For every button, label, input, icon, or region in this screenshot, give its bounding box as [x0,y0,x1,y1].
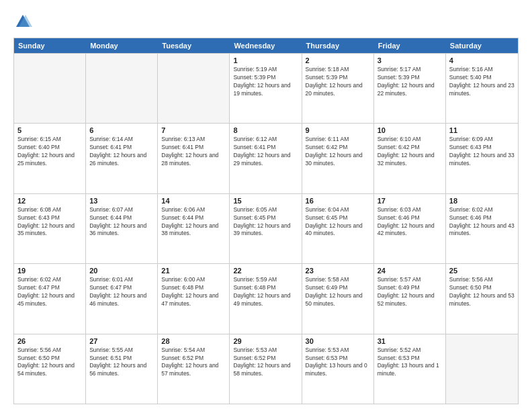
day-number: 24 [378,267,442,275]
calendar-cell: 10Sunrise: 6:10 AMSunset: 6:42 PMDayligh… [374,124,446,193]
calendar-row: 19Sunrise: 6:02 AMSunset: 6:47 PMDayligh… [14,263,518,333]
day-number: 11 [449,126,515,134]
calendar-cell: 4Sunrise: 5:16 AMSunset: 5:40 PMDaylight… [446,54,518,123]
calendar-cell [86,54,158,123]
calendar-cell [158,54,230,123]
day-info: Sunrise: 5:59 AMSunset: 6:48 PMDaylight:… [233,276,298,308]
day-info: Sunrise: 5:57 AMSunset: 6:49 PMDaylight:… [378,276,442,308]
day-info: Sunrise: 6:04 AMSunset: 6:45 PMDaylight:… [306,206,370,238]
day-info: Sunrise: 6:03 AMSunset: 6:46 PMDaylight:… [378,206,442,238]
day-number: 16 [306,197,370,205]
day-number: 29 [233,337,298,345]
calendar-cell: 24Sunrise: 5:57 AMSunset: 6:49 PMDayligh… [374,264,446,333]
calendar: SundayMondayTuesdayWednesdayThursdayFrid… [13,38,519,404]
calendar-cell: 19Sunrise: 6:02 AMSunset: 6:47 PMDayligh… [14,264,86,333]
day-number: 8 [233,126,298,134]
calendar-cell: 30Sunrise: 5:53 AMSunset: 6:53 PMDayligh… [302,334,374,404]
day-number: 4 [449,56,515,64]
weekday-header: Thursday [302,38,374,53]
day-info: Sunrise: 6:13 AMSunset: 6:41 PMDaylight:… [161,136,226,168]
calendar-cell: 25Sunrise: 5:56 AMSunset: 6:50 PMDayligh… [446,264,518,333]
weekday-header: Friday [374,38,446,53]
day-info: Sunrise: 5:54 AMSunset: 6:52 PMDaylight:… [161,347,226,379]
calendar-cell: 2Sunrise: 5:18 AMSunset: 5:39 PMDaylight… [302,54,374,123]
day-info: Sunrise: 5:55 AMSunset: 6:51 PMDaylight:… [89,347,154,379]
calendar-row: 1Sunrise: 5:19 AMSunset: 5:39 PMDaylight… [14,53,518,123]
day-info: Sunrise: 5:53 AMSunset: 6:53 PMDaylight:… [306,347,370,379]
calendar-header: SundayMondayTuesdayWednesdayThursdayFrid… [14,38,518,53]
day-number: 30 [306,337,370,345]
day-info: Sunrise: 6:06 AMSunset: 6:44 PMDaylight:… [161,206,226,238]
day-number: 15 [233,197,298,205]
calendar-cell: 13Sunrise: 6:07 AMSunset: 6:44 PMDayligh… [86,194,158,263]
day-info: Sunrise: 5:58 AMSunset: 6:49 PMDaylight:… [306,276,370,308]
day-info: Sunrise: 5:19 AMSunset: 5:39 PMDaylight:… [233,66,298,98]
day-info: Sunrise: 5:18 AMSunset: 5:39 PMDaylight:… [306,66,370,98]
weekday-header: Wednesday [230,38,302,53]
day-number: 7 [161,126,226,134]
calendar-body: 1Sunrise: 5:19 AMSunset: 5:39 PMDaylight… [14,53,518,404]
calendar-cell: 11Sunrise: 6:09 AMSunset: 6:43 PMDayligh… [446,124,518,193]
calendar-cell: 22Sunrise: 5:59 AMSunset: 6:48 PMDayligh… [230,264,302,333]
calendar-cell: 7Sunrise: 6:13 AMSunset: 6:41 PMDaylight… [158,124,230,193]
day-number: 17 [378,197,442,205]
day-info: Sunrise: 6:02 AMSunset: 6:47 PMDaylight:… [17,276,82,308]
day-info: Sunrise: 6:07 AMSunset: 6:44 PMDaylight:… [89,206,154,238]
day-info: Sunrise: 5:56 AMSunset: 6:50 PMDaylight:… [449,276,515,308]
calendar-cell: 31Sunrise: 5:52 AMSunset: 6:53 PMDayligh… [374,334,446,404]
day-info: Sunrise: 6:10 AMSunset: 6:42 PMDaylight:… [378,136,442,168]
weekday-header: Monday [86,38,158,53]
calendar-cell: 28Sunrise: 5:54 AMSunset: 6:52 PMDayligh… [158,334,230,404]
day-number: 2 [306,56,370,64]
day-info: Sunrise: 6:08 AMSunset: 6:43 PMDaylight:… [17,206,82,238]
calendar-row: 26Sunrise: 5:56 AMSunset: 6:50 PMDayligh… [14,334,518,404]
day-number: 1 [233,56,298,64]
day-info: Sunrise: 6:12 AMSunset: 6:41 PMDaylight:… [233,136,298,168]
calendar-cell: 18Sunrise: 6:02 AMSunset: 6:46 PMDayligh… [446,194,518,263]
calendar-cell: 17Sunrise: 6:03 AMSunset: 6:46 PMDayligh… [374,194,446,263]
day-number: 5 [17,126,82,134]
weekday-header: Sunday [14,38,86,53]
day-info: Sunrise: 6:01 AMSunset: 6:47 PMDaylight:… [89,276,154,308]
day-number: 13 [89,197,154,205]
day-info: Sunrise: 6:09 AMSunset: 6:43 PMDaylight:… [449,136,515,168]
calendar-cell: 29Sunrise: 5:53 AMSunset: 6:52 PMDayligh… [230,334,302,404]
calendar-cell: 12Sunrise: 6:08 AMSunset: 6:43 PMDayligh… [14,194,86,263]
calendar-cell: 8Sunrise: 6:12 AMSunset: 6:41 PMDaylight… [230,124,302,193]
calendar-cell: 6Sunrise: 6:14 AMSunset: 6:41 PMDaylight… [86,124,158,193]
calendar-cell: 15Sunrise: 6:05 AMSunset: 6:45 PMDayligh… [230,194,302,263]
calendar-cell: 3Sunrise: 5:17 AMSunset: 5:39 PMDaylight… [374,54,446,123]
calendar-cell: 20Sunrise: 6:01 AMSunset: 6:47 PMDayligh… [86,264,158,333]
day-number: 26 [17,337,82,345]
calendar-cell: 23Sunrise: 5:58 AMSunset: 6:49 PMDayligh… [302,264,374,333]
day-number: 23 [306,267,370,275]
calendar-cell: 16Sunrise: 6:04 AMSunset: 6:45 PMDayligh… [302,194,374,263]
day-number: 3 [378,56,442,64]
day-number: 19 [17,267,82,275]
calendar-cell [446,334,518,404]
day-number: 14 [161,197,226,205]
day-info: Sunrise: 6:05 AMSunset: 6:45 PMDaylight:… [233,206,298,238]
day-number: 31 [378,337,442,345]
day-info: Sunrise: 6:15 AMSunset: 6:40 PMDaylight:… [17,136,82,168]
day-info: Sunrise: 6:00 AMSunset: 6:48 PMDaylight:… [161,276,226,308]
calendar-cell: 21Sunrise: 6:00 AMSunset: 6:48 PMDayligh… [158,264,230,333]
day-info: Sunrise: 5:53 AMSunset: 6:52 PMDaylight:… [233,347,298,379]
day-number: 10 [378,126,442,134]
weekday-header: Saturday [446,38,518,53]
day-number: 18 [449,197,515,205]
day-number: 22 [233,267,298,275]
calendar-cell: 1Sunrise: 5:19 AMSunset: 5:39 PMDaylight… [230,54,302,123]
day-info: Sunrise: 6:02 AMSunset: 6:46 PMDaylight:… [449,206,515,238]
logo [13,12,35,31]
calendar-row: 5Sunrise: 6:15 AMSunset: 6:40 PMDaylight… [14,123,518,193]
day-info: Sunrise: 5:52 AMSunset: 6:53 PMDaylight:… [378,347,442,379]
day-number: 27 [89,337,154,345]
day-number: 6 [89,126,154,134]
day-number: 12 [17,197,82,205]
calendar-cell [14,54,86,123]
day-number: 9 [306,126,370,134]
logo-icon [13,12,32,31]
day-info: Sunrise: 5:17 AMSunset: 5:39 PMDaylight:… [378,66,442,98]
calendar-row: 12Sunrise: 6:08 AMSunset: 6:43 PMDayligh… [14,193,518,263]
